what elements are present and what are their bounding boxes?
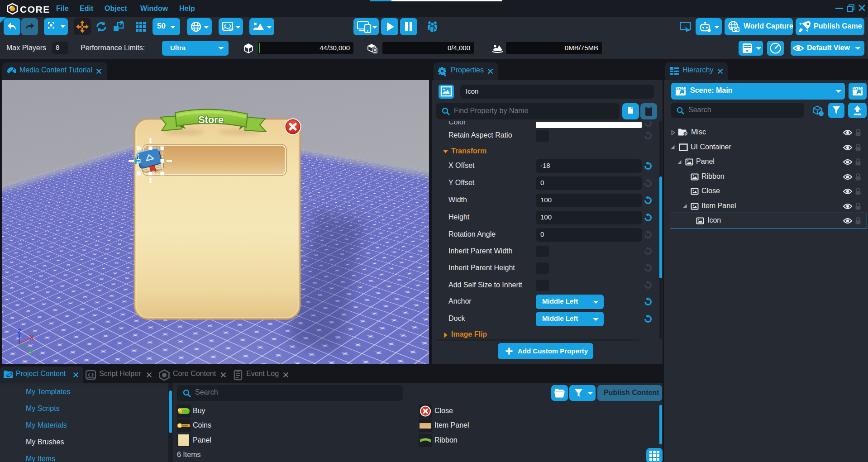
svg-text:Y: Y: [29, 348, 34, 355]
svg-text:X: X: [29, 334, 34, 341]
svg-text:Store: Store: [198, 114, 224, 125]
svg-text:Z: Z: [18, 328, 22, 335]
